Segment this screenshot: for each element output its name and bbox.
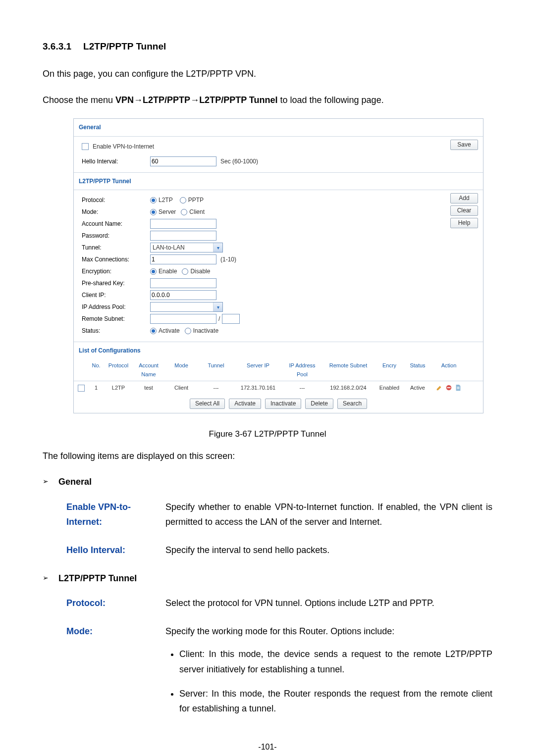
radio-enc-disable[interactable] xyxy=(182,268,188,275)
def-enable-vpn-text: Specify whether to enable VPN-to-Interne… xyxy=(165,500,492,530)
def-protocol-text: Select the protocol for VPN tunnel. Opti… xyxy=(165,596,492,611)
th-tunnel: Tunnel xyxy=(199,361,233,379)
page-number: -101- xyxy=(43,740,492,754)
subsection-tunnel: L2TP/PPTP Tunnel xyxy=(58,571,137,586)
enable-vpn-label: Enable VPN-to-Internet xyxy=(93,142,154,151)
radio-l2tp[interactable] xyxy=(150,197,157,203)
th-status: Status xyxy=(404,361,431,379)
radio-l2tp-label: L2TP xyxy=(159,195,173,205)
radio-server-label: Server xyxy=(159,207,176,217)
td-no: 1 xyxy=(89,383,104,393)
th-mode: Mode xyxy=(164,361,199,379)
account-name-label: Account Name: xyxy=(82,219,150,229)
subsection-general: General xyxy=(58,474,92,490)
table-row: 1 L2TP test Client --- 172.31.70.161 ---… xyxy=(74,381,483,395)
intro-paragraph-2: Choose the menu VPN→L2TP/PPTP→L2TP/PPTP … xyxy=(43,93,492,108)
radio-status-activate[interactable] xyxy=(150,328,157,334)
radio-pptp-label: PPTP xyxy=(188,195,204,205)
hello-interval-input[interactable] xyxy=(150,156,216,166)
enable-vpn-checkbox[interactable] xyxy=(82,143,89,150)
radio-status-inactivate[interactable] xyxy=(185,328,191,334)
detail-icon[interactable] xyxy=(455,384,462,391)
following-items-text: The following items are displayed on thi… xyxy=(43,449,492,464)
edit-icon[interactable] xyxy=(436,384,443,391)
def-hello-interval-text: Specify the interval to send hello packe… xyxy=(165,543,492,558)
td-pool: --- xyxy=(283,383,321,393)
tunnel-select[interactable]: LAN-to-LAN ▾ xyxy=(150,243,223,252)
def-enable-vpn-label: Enable VPN-to-Internet: xyxy=(66,500,165,530)
remote-subnet-input[interactable] xyxy=(150,314,216,324)
th-rsub: Remote Subnet xyxy=(321,361,375,379)
pool-label: IP Address Pool: xyxy=(82,302,150,312)
psk-input[interactable] xyxy=(150,278,216,288)
clientip-input[interactable] xyxy=(150,290,216,300)
def-protocol-label: Protocol: xyxy=(66,596,165,611)
radio-status-inactivate-label: Inactivate xyxy=(193,326,218,336)
password-label: Password: xyxy=(82,231,150,241)
remote-subnet-label: Remote Subnet: xyxy=(82,314,150,324)
td-mode: Client xyxy=(164,383,199,393)
remote-subnet-sep: / xyxy=(218,314,220,324)
selectall-button[interactable]: Select All xyxy=(190,399,225,409)
cfg-table-head: No. Protocol Account Name Mode Tunnel Se… xyxy=(74,359,483,381)
save-button[interactable]: Save xyxy=(450,140,478,150)
heading-number: 3.6.3.1 xyxy=(43,41,71,51)
intro2-post: to load the following page. xyxy=(277,95,383,105)
screenshot-panel: General Save Enable VPN-to-Internet Hell… xyxy=(73,118,483,413)
radio-pptp[interactable] xyxy=(180,197,186,203)
chevron-down-icon: ▾ xyxy=(213,243,222,252)
remote-subnet-mask-input[interactable] xyxy=(222,314,240,324)
cfg-button-bar: Select All Activate Inactivate Delete Se… xyxy=(74,395,483,413)
radio-enc-enable-label: Enable xyxy=(159,266,177,276)
section-heading: 3.6.3.1L2TP/PPTP Tunnel xyxy=(43,39,492,54)
def-mode-label: Mode: xyxy=(66,624,165,725)
maxconn-input[interactable] xyxy=(150,254,216,264)
maxconn-label: Max Connections: xyxy=(82,254,150,264)
password-input[interactable] xyxy=(150,231,216,241)
pool-select-value xyxy=(151,302,213,311)
td-serverip: 172.31.70.161 xyxy=(233,383,283,393)
radio-enc-enable[interactable] xyxy=(150,268,157,275)
hello-interval-unit: Sec (60-1000) xyxy=(220,156,258,166)
section-title-cfglist: List of Configurations xyxy=(74,342,483,359)
encryption-label: Encryption: xyxy=(82,266,150,276)
tunnel-body: Add Clear Help Protocol: L2TP PPTP Mode:… xyxy=(74,190,483,342)
mode-bullet-client: Client: In this mode, the device sends a… xyxy=(179,647,492,677)
def-mode-text: Specify the working mode for this Router… xyxy=(165,624,492,639)
maxconn-range: (1-10) xyxy=(220,254,236,264)
td-rsub: 192.168.2.0/24 xyxy=(321,383,375,393)
th-action: Action xyxy=(431,361,466,379)
delete-icon[interactable] xyxy=(445,384,452,391)
help-button[interactable]: Help xyxy=(450,218,478,228)
td-tunnel: --- xyxy=(199,383,233,393)
td-account: test xyxy=(133,383,164,393)
radio-server[interactable] xyxy=(150,209,157,215)
intro-paragraph-1: On this page, you can configure the L2TP… xyxy=(43,66,492,82)
tunnel-field-label: Tunnel: xyxy=(82,243,150,252)
clear-button[interactable]: Clear xyxy=(450,205,478,216)
row-checkbox[interactable] xyxy=(78,385,85,392)
radio-enc-disable-label: Disable xyxy=(190,266,210,276)
activate-button[interactable]: Activate xyxy=(229,399,261,409)
account-name-input[interactable] xyxy=(150,219,216,229)
hello-interval-label: Hello Interval: xyxy=(82,156,150,166)
arrow-icon: ➢ xyxy=(43,571,58,584)
section-title-general: General xyxy=(74,119,483,136)
status-field-label: Status: xyxy=(82,326,150,336)
inactivate-button[interactable]: Inactivate xyxy=(265,399,301,409)
td-status: Active xyxy=(404,383,431,393)
intro2-bold: VPN→L2TP/PPTP→L2TP/PPTP Tunnel xyxy=(115,95,277,105)
td-encry: Enabled xyxy=(375,383,404,393)
pool-select[interactable]: ▾ xyxy=(150,302,223,312)
chevron-down-icon: ▾ xyxy=(213,302,222,311)
def-hello-interval-label: Hello Interval: xyxy=(66,543,165,558)
mode-bullet-server: Server: In this mode, the Router respond… xyxy=(179,686,492,716)
radio-client-label: Client xyxy=(189,207,205,217)
protocol-label: Protocol: xyxy=(82,195,150,205)
add-button[interactable]: Add xyxy=(450,193,478,203)
delete-button[interactable]: Delete xyxy=(305,399,333,409)
radio-client[interactable] xyxy=(181,209,187,215)
th-account: Account Name xyxy=(133,361,164,379)
search-button[interactable]: Search xyxy=(337,399,367,409)
clientip-label: Client IP: xyxy=(82,290,150,300)
